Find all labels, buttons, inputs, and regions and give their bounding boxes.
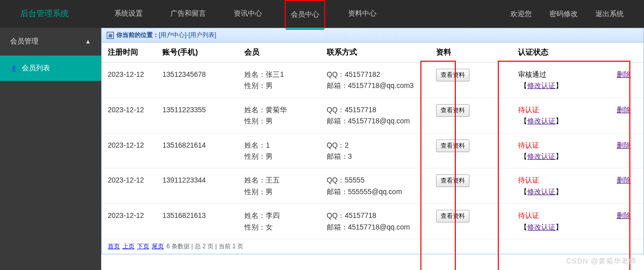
- table-header: 认证状态: [512, 42, 611, 63]
- pagination-link[interactable]: 上页: [122, 243, 135, 250]
- table-header: 账号(手机): [156, 42, 238, 63]
- table-header: 资料: [430, 42, 512, 63]
- cell-contact: QQ：45157718邮箱：45157718@qq.com: [321, 98, 430, 133]
- cell-reg: 2023-12-12: [102, 63, 156, 98]
- nav-right-2[interactable]: 退出系统: [595, 10, 624, 19]
- table-header: [611, 42, 643, 63]
- sidebar-item-label: 会员列表: [22, 64, 50, 73]
- cell-contact: QQ：451577182邮箱：45157718@qq.com3: [321, 63, 430, 98]
- table-header: 会员: [238, 42, 320, 63]
- cell-contact: QQ：2邮箱：3: [321, 133, 430, 168]
- breadcrumb: ▦ 你当前的位置：[用户中心]-[用户列表]: [101, 28, 644, 42]
- breadcrumb-path: [用户中心]-[用户列表]: [159, 31, 216, 38]
- highlight-box-status: [498, 61, 630, 270]
- cell-account: 13911223344: [156, 168, 238, 204]
- pagination-link[interactable]: 下页: [137, 243, 149, 250]
- cell-reg: 2023-12-12: [102, 168, 156, 204]
- highlight-box-material: [420, 61, 456, 270]
- cell-reg: 2023-12-12: [102, 133, 156, 168]
- logo: 后台管理系统: [20, 9, 69, 19]
- table-header: 联系方式: [321, 42, 430, 63]
- nav-item-2[interactable]: 资讯中心: [229, 0, 267, 28]
- nav-item-3[interactable]: 会员中心: [285, 0, 325, 28]
- cell-member: 姓名：李四性别：女: [238, 204, 320, 239]
- cell-member: 姓名：张三1性别：男: [238, 63, 320, 98]
- nav-item-1[interactable]: 广告和留言: [165, 0, 211, 28]
- pagination-link[interactable]: 首页: [108, 243, 120, 250]
- nav-right: 欢迎您密码修改退出系统: [510, 10, 624, 19]
- nav-item-0[interactable]: 系统设置: [109, 0, 148, 28]
- nav-right-0[interactable]: 欢迎您: [510, 10, 532, 19]
- pagination-info: 6 条数据 | 总 2 页 | 当前 1 页: [166, 243, 243, 250]
- cell-member: 姓名：王五性别：男: [238, 168, 320, 204]
- cell-account: 13516821613: [156, 204, 238, 239]
- sidebar-title: 会员管理: [10, 37, 38, 46]
- breadcrumb-prefix: 你当前的位置：: [116, 31, 159, 38]
- nav-right-1[interactable]: 密码修改: [549, 10, 578, 19]
- cell-account: 13512345678: [156, 63, 238, 98]
- top-nav: 后台管理系统 系统设置广告和留言资讯中心会员中心资料中心 欢迎您密码修改退出系统: [0, 0, 644, 28]
- nav-item-4[interactable]: 资料中心: [343, 0, 381, 28]
- cell-reg: 2023-12-12: [102, 204, 156, 239]
- cell-contact: QQ：55555邮箱：555555@qq.com: [321, 168, 430, 204]
- sidebar-header[interactable]: 会员管理 ▲: [0, 28, 101, 56]
- table-header: 注册时间: [102, 42, 156, 63]
- pagination-link[interactable]: 尾页: [152, 243, 164, 250]
- cell-account: 13511223355: [156, 98, 238, 133]
- collapse-icon: ▲: [85, 38, 91, 45]
- nav-items: 系统设置广告和留言资讯中心会员中心资料中心: [109, 0, 510, 28]
- cell-member: 姓名：1性别：男: [238, 133, 320, 168]
- content-area: ▦ 你当前的位置：[用户中心]-[用户列表] 注册时间账号(手机)会员联系方式资…: [101, 28, 644, 270]
- cell-account: 13516821614: [156, 133, 238, 168]
- cell-reg: 2023-12-12: [102, 98, 156, 133]
- sidebar-item-member-list[interactable]: 会员列表: [0, 56, 101, 81]
- cell-contact: QQ：45157718邮箱：45157718@qq.com: [321, 204, 430, 239]
- user-icon: [10, 64, 18, 72]
- cell-member: 姓名：黄菊华性别：男: [238, 98, 320, 133]
- sidebar: 会员管理 ▲ 会员列表: [0, 28, 101, 270]
- breadcrumb-icon: ▦: [107, 32, 114, 39]
